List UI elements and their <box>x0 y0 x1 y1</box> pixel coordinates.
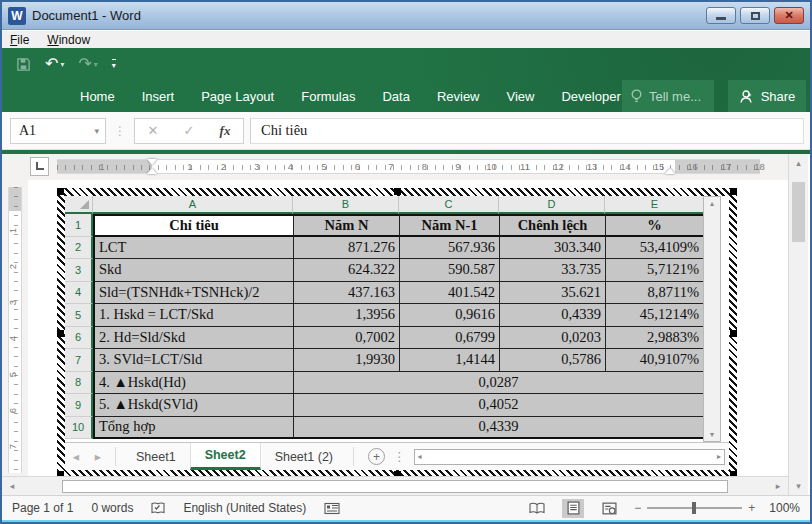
column-header-c[interactable]: C <box>399 196 499 214</box>
print-layout-button[interactable] <box>562 499 584 518</box>
sheet-tab-sheet1[interactable]: Sheet1 <box>122 443 190 470</box>
cell-e4[interactable]: 8,8711% <box>605 282 705 305</box>
scrollbar-thumb[interactable] <box>62 480 728 493</box>
cell-a5[interactable]: 1. Hskd = LCT/Skd <box>93 304 293 327</box>
ribbon-tab-review[interactable]: Review <box>437 89 480 104</box>
cell-e5[interactable]: 45,1214% <box>605 304 705 327</box>
cell-c3[interactable]: 590.587 <box>399 259 499 282</box>
cell-c7[interactable]: 1,4144 <box>399 349 499 372</box>
right-indent-marker[interactable] <box>665 168 675 174</box>
resize-handle[interactable] <box>730 330 737 337</box>
row-header-9[interactable]: 9 <box>65 394 93 417</box>
cell-d1[interactable]: Chênh lệch <box>499 214 605 237</box>
column-header-a[interactable]: A <box>93 196 293 214</box>
zoom-thumb[interactable] <box>692 502 696 514</box>
scroll-down-icon[interactable]: ▾ <box>710 430 714 439</box>
resize-handle[interactable] <box>394 188 401 195</box>
cell-b1[interactable]: Năm N <box>293 214 399 237</box>
web-layout-button[interactable] <box>598 499 620 518</box>
row-header-2[interactable]: 2 <box>65 237 93 260</box>
undo-button[interactable]: ↶▾ <box>45 56 64 72</box>
scroll-up-icon[interactable]: ▴ <box>796 158 801 168</box>
sheet-nav-left[interactable]: ◂ <box>65 443 87 470</box>
cell-b2[interactable]: 871.276 <box>293 237 399 260</box>
cell-c5[interactable]: 0,9616 <box>399 304 499 327</box>
cell-c2[interactable]: 567.936 <box>399 237 499 260</box>
read-mode-button[interactable] <box>526 499 548 518</box>
resize-handle[interactable] <box>57 188 64 195</box>
ribbon-tab-developer[interactable]: Developer <box>561 89 620 104</box>
scrollbar-thumb[interactable] <box>792 182 805 242</box>
row-header-10[interactable]: 10 <box>65 417 93 440</box>
column-header-e[interactable]: E <box>605 196 705 214</box>
cell-e2[interactable]: 53,4109% <box>605 237 705 260</box>
maximize-button[interactable] <box>740 7 770 24</box>
cell-d3[interactable]: 33.735 <box>499 259 605 282</box>
save-button[interactable] <box>16 57 31 72</box>
zoom-slider[interactable]: − + <box>634 501 755 515</box>
sheet-tab-sheet1-2[interactable]: Sheet1 (2) <box>261 443 347 470</box>
page-indicator[interactable]: Page 1 of 1 <box>12 501 73 515</box>
resize-handle[interactable] <box>730 188 737 195</box>
scroll-right-icon[interactable]: ▸ <box>768 481 788 491</box>
cell-a7[interactable]: 3. SVld=LCT/Sld <box>93 349 293 372</box>
word-vertical-scrollbar[interactable]: ▴ ▾ <box>788 154 808 495</box>
column-header-b[interactable]: B <box>293 196 399 214</box>
cell-d4[interactable]: 35.621 <box>499 282 605 305</box>
cell-e3[interactable]: 5,7121% <box>605 259 705 282</box>
cell-c1[interactable]: Năm N-1 <box>399 214 499 237</box>
cell-c6[interactable]: 0,6799 <box>399 327 499 350</box>
cell-b7[interactable]: 1,9930 <box>293 349 399 372</box>
insert-function-button[interactable]: fx <box>207 123 243 139</box>
row-header-8[interactable]: 8 <box>65 372 93 395</box>
cell-d7[interactable]: 0,5786 <box>499 349 605 372</box>
proofing-icon[interactable] <box>151 501 165 516</box>
first-line-indent-marker[interactable] <box>147 159 157 165</box>
customize-qat-button[interactable]: ▾ <box>112 59 116 70</box>
cell-e7[interactable]: 40,9107% <box>605 349 705 372</box>
cell-a2[interactable]: LCT <box>93 237 293 260</box>
cell-b6[interactable]: 0,7002 <box>293 327 399 350</box>
sheet-nav-right[interactable]: ▸ <box>87 443 109 470</box>
cell-a1[interactable]: Chỉ tiêu <box>93 214 293 237</box>
tell-me-box[interactable]: Tell me... <box>622 80 714 112</box>
sheet-tab-sheet2[interactable]: Sheet2 <box>190 443 261 470</box>
scroll-left-icon[interactable]: ◂ <box>418 452 422 461</box>
cell-b5[interactable]: 1,3956 <box>293 304 399 327</box>
formula-bar-input[interactable]: Chỉ tiêu <box>250 118 804 144</box>
menu-item-file[interactable]: File <box>10 33 29 47</box>
share-button[interactable]: Share <box>728 80 806 112</box>
cell-e1[interactable]: % <box>605 214 705 237</box>
ribbon-tab-page-layout[interactable]: Page Layout <box>201 89 274 104</box>
column-header-d[interactable]: D <box>499 196 605 214</box>
redo-button[interactable]: ↷▾ <box>78 56 97 72</box>
close-button[interactable]: ✕ <box>774 7 804 24</box>
embedded-excel-object[interactable]: ABCDE 1Chỉ tiêuNăm NNăm N-1Chênh lệch%2L… <box>57 188 737 478</box>
scroll-up-icon[interactable]: ▴ <box>710 199 714 208</box>
word-horizontal-scrollbar[interactable]: ◂ ▸ <box>2 476 788 495</box>
cell-c4[interactable]: 401.542 <box>399 282 499 305</box>
cell-d5[interactable]: 0,4339 <box>499 304 605 327</box>
select-all-corner[interactable] <box>65 196 93 214</box>
cell-merged-9[interactable]: 0,4052 <box>293 394 705 417</box>
cell-a6[interactable]: 2. Hd=Sld/Skd <box>93 327 293 350</box>
ribbon-tab-insert[interactable]: Insert <box>142 89 175 104</box>
enter-button[interactable]: ✓ <box>171 123 207 138</box>
tab-stop-selector[interactable] <box>30 157 49 176</box>
ribbon-tab-view[interactable]: View <box>507 89 535 104</box>
keyboard-icon[interactable] <box>324 502 340 515</box>
zoom-out-button[interactable]: − <box>634 501 641 515</box>
word-count[interactable]: 0 words <box>91 501 133 515</box>
name-box[interactable]: A1 ▾ <box>10 118 106 144</box>
cell-a9[interactable]: 5. ▲Hskd(SVld) <box>93 394 293 417</box>
cell-a3[interactable]: Skd <box>93 259 293 282</box>
cell-d6[interactable]: 0,0203 <box>499 327 605 350</box>
row-header-6[interactable]: 6 <box>65 327 93 350</box>
cell-a4[interactable]: Sld=(TSNHđk+TSNHck)/2 <box>93 282 293 305</box>
zoom-track[interactable] <box>647 507 742 509</box>
ribbon-tab-home[interactable]: Home <box>80 89 115 104</box>
zoom-level[interactable]: 100% <box>769 501 800 515</box>
cell-a8[interactable]: 4. ▲Hskd(Hd) <box>93 372 293 395</box>
menu-item-window[interactable]: Window <box>47 33 90 47</box>
cell-e6[interactable]: 2,9883% <box>605 327 705 350</box>
